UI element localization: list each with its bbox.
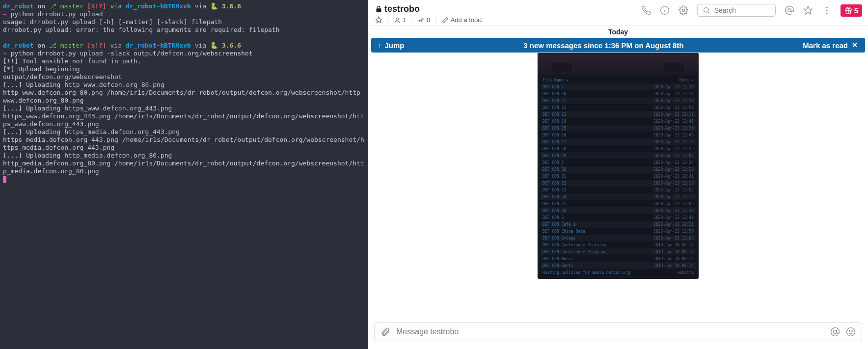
new-messages-label: 3 new messages since 1:36 PM on August 8… [405, 41, 803, 50]
attachment-icon[interactable] [380, 327, 390, 337]
attachment-row: DEF CON 242020-Apr-23 12:15 [541, 193, 696, 200]
svg-point-19 [852, 331, 853, 332]
lock-icon [375, 5, 382, 13]
mention-icon[interactable] [830, 327, 840, 337]
terminal-command-1: python drrobot.py upload [11, 10, 103, 18]
settings-icon[interactable] [678, 5, 688, 15]
message-composer[interactable] [374, 322, 862, 341]
attachment-row: DEF CON Cafe 12020-Apr-23 12:21 [541, 221, 696, 228]
channel-header: testrobo | 1 | 0 | Add a [368, 0, 868, 26]
search-input[interactable] [714, 6, 770, 14]
attachment-row: DEF CON 232020-Apr-23 12:52 [541, 187, 696, 193]
attachment-row: DEF CON Conference Pictures2019-Jun-18 0… [541, 242, 696, 248]
star-icon[interactable] [803, 5, 813, 15]
call-icon[interactable] [641, 5, 651, 15]
new-messages-banner: ↑ Jump 3 new messages since 1:36 PM on A… [371, 38, 865, 53]
attachment-row: DEF CON 122020-Apr-23 12:56 [541, 104, 696, 111]
star-channel-button[interactable] [375, 16, 382, 24]
add-topic-label: Add a topic [451, 16, 483, 24]
more-icon[interactable] [822, 5, 832, 15]
terminal-cursor [3, 176, 6, 183]
prompt-branch: master [60, 42, 83, 49]
svg-point-8 [787, 9, 791, 12]
attachment-row: DEF CON 12020-Apr-23 12:39 [541, 83, 696, 90]
prompt-env: dr_robot-hBTKMxvb [126, 2, 191, 10]
attachment-row: DEF CON 152020-Apr-23 12:20 [541, 125, 696, 132]
prompt-via1: via [110, 2, 122, 10]
svg-point-11 [826, 10, 827, 11]
prompt-flags: [$!?] [87, 2, 107, 10]
terminal-output: [...] Uploading https_media.defcon.org_4… [3, 128, 180, 135]
attachment-row: DEF CON 142020-Apr-23 12:46 [541, 118, 696, 125]
attachment-row: DEF CON 202020-Apr-23 12:28 [541, 166, 696, 173]
prompt-env: dr_robot-hBTKMxvb [126, 42, 191, 49]
prompt-via2: via [195, 2, 206, 10]
svg-point-10 [826, 7, 827, 8]
svg-point-1 [396, 18, 399, 20]
attachment-row: DEF CON China Beta2020-Apr-23 12:59 [541, 228, 696, 235]
terminal-output: output/defcon.org/webscreenshot [3, 73, 122, 81]
attachment-row: DEF CON Music2019-Jun-18 08:12 [541, 255, 696, 262]
prompt-py-sym: 🐍 [210, 2, 218, 10]
add-topic-button[interactable]: Add a topic [442, 16, 483, 24]
search-icon [703, 6, 710, 14]
svg-marker-0 [376, 17, 382, 23]
svg-point-12 [826, 12, 827, 14]
gift-button[interactable]: 5 [841, 4, 862, 17]
attachment-row: DEF CON 132020-Apr-23 12:11 [541, 111, 696, 118]
date-divider: Today [368, 26, 868, 38]
prompt-arrow: → [3, 10, 7, 18]
terminal-output: [...] Uploading https_www.defcon.org_443… [3, 105, 172, 112]
prompt-py-sym: 🐍 [210, 42, 218, 49]
mentions-icon[interactable] [785, 5, 794, 15]
mark-as-read-button[interactable]: Mark as read ✕ [803, 41, 858, 50]
attachment-row: DEF CON 252020-Apr-23 12:09 [541, 200, 696, 207]
info-icon[interactable] [660, 5, 670, 15]
terminal-output: usage: drrobot.py upload [-h] [-matter] … [3, 18, 222, 26]
attachment-row: DEF CON Conference Programs2019-Jun-18 0… [541, 248, 696, 255]
prompt-via1: via [110, 42, 122, 49]
attachment-row: DEF CON 222020-Apr-23 12:18 [541, 180, 696, 187]
search-box[interactable] [697, 4, 776, 17]
terminal-output: [...] Uploading http_www.defcon.org_80.p… [3, 81, 164, 88]
close-icon[interactable]: ✕ [852, 41, 858, 50]
svg-point-16 [834, 330, 837, 334]
gift-icon [844, 6, 852, 14]
svg-point-18 [849, 331, 850, 332]
message-list[interactable]: File Name ▾Date ▾DEF CON 12020-Apr-23 12… [368, 53, 868, 318]
prompt-dir: dr_robot [3, 42, 34, 49]
channel-title[interactable]: testrobo [375, 4, 483, 14]
pin-count[interactable]: 0 [418, 16, 430, 24]
attachment-row: DEF CON Shots2019-Jun-18 08:14 [541, 262, 696, 269]
attachment-header-row: File Name ▾Date ▾ [541, 77, 696, 83]
prompt-dir: dr_robot [3, 2, 34, 10]
prompt-branch-sym: ⎇ [49, 2, 56, 10]
message-input[interactable] [396, 327, 824, 336]
prompt-py-ver: 3.6.6 [222, 2, 241, 10]
jump-button[interactable]: ↑ Jump [378, 41, 405, 50]
attachment-header-image [538, 53, 699, 75]
terminal-output: drrobot.py upload: error: the following … [3, 26, 280, 33]
terminal-output: http_media.defcon.org_80.png /home/ir1s/… [3, 160, 364, 175]
attachment-row: DEF CON 32020-Apr-23 12:49 [541, 214, 696, 221]
svg-point-5 [682, 9, 684, 12]
terminal-output: https_www.defcon.org_443.png /home/ir1s/… [3, 112, 364, 128]
terminal-output: [*] Upload beginning [3, 65, 80, 73]
member-count[interactable]: 1 [394, 16, 406, 24]
emoji-icon[interactable] [846, 327, 856, 337]
prompt-flags: [$!?] [87, 42, 107, 49]
attachment-row: Hosting policies for media.defcon.orgweb… [541, 269, 696, 276]
attachment-file-listing: File Name ▾Date ▾DEF CON 12020-Apr-23 12… [538, 75, 699, 279]
terminal-output: http_www.defcon.org_80.png /home/ir1s/Do… [3, 89, 364, 104]
image-attachment[interactable]: File Name ▾Date ▾DEF CON 12020-Apr-23 12… [537, 53, 699, 279]
terminal-output: https_media.defcon.org_443.png /home/ir1… [3, 136, 364, 151]
terminal-output: [!!] Tool ansible not found in path. [3, 57, 141, 65]
svg-marker-9 [804, 6, 812, 14]
attachment-row: DEF CON 192020-Apr-23 12:07 [541, 152, 696, 159]
terminal-pane[interactable]: dr_robot on ⎇ master [$!?] via dr_robot-… [0, 0, 368, 349]
jump-label: Jump [385, 41, 405, 50]
prompt-branch: master [60, 2, 83, 10]
attachment-row: DEF CON 182020-Apr-23 12:55 [541, 145, 696, 152]
attachment-row: DEF CON 22020-Apr-23 12:34 [541, 159, 696, 166]
attachment-row: DEF CON 162020-Apr-23 12:43 [541, 132, 696, 138]
